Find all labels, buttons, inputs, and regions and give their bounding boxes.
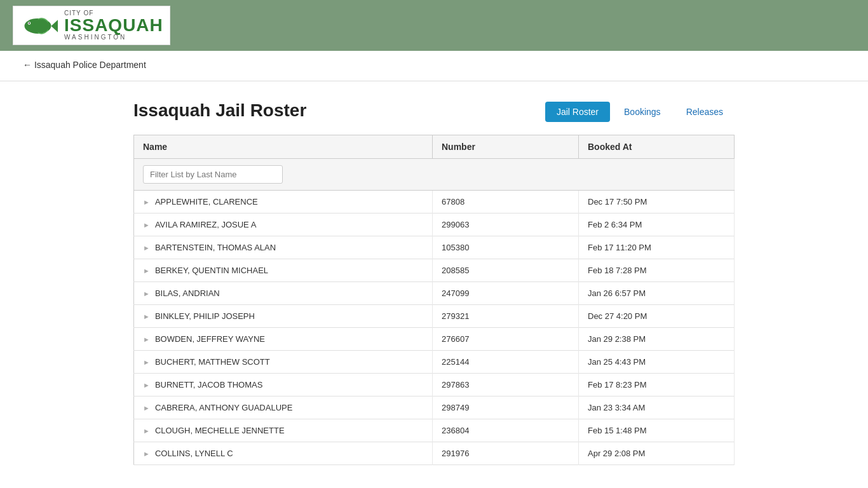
inmate-booked-at: Feb 17 11:20 PM bbox=[579, 236, 735, 259]
back-to-police-link[interactable]: ← Issaquah Police Department bbox=[13, 51, 156, 81]
inmate-booked-at: Feb 2 6:34 PM bbox=[579, 214, 735, 236]
svg-marker-1 bbox=[51, 20, 58, 32]
inmate-number: 291976 bbox=[433, 442, 579, 465]
row-arrow-icon: ► bbox=[143, 450, 150, 458]
inmate-number: 67808 bbox=[433, 191, 579, 214]
col-header-booked: Booked At bbox=[579, 135, 735, 159]
page-header: CITY OF ISSAQUAH WASHINGTON bbox=[0, 0, 868, 51]
inmate-name: BILAS, ANDRIAN bbox=[155, 288, 220, 298]
inmate-number: 225144 bbox=[433, 351, 579, 374]
table-row[interactable]: ►BARTENSTEIN, THOMAS ALAN105380Feb 17 11… bbox=[134, 236, 735, 259]
inmate-name: BERKEY, QUENTIN MICHAEL bbox=[155, 266, 268, 275]
inmate-name: CABRERA, ANTHONY GUADALUPE bbox=[155, 403, 292, 412]
inmate-name: BUCHERT, MATTHEW SCOTT bbox=[155, 357, 270, 367]
inmate-number: 297863 bbox=[433, 374, 579, 396]
inmate-number: 276607 bbox=[433, 328, 579, 351]
svg-point-3 bbox=[29, 22, 30, 24]
table-header-row: Name Number Booked At bbox=[134, 135, 735, 159]
row-arrow-icon: ► bbox=[143, 267, 150, 274]
inmate-name: COLLINS, LYNELL C bbox=[155, 449, 233, 458]
row-arrow-icon: ► bbox=[143, 358, 150, 366]
table-row[interactable]: ►CABRERA, ANTHONY GUADALUPE298749Jan 23 … bbox=[134, 396, 735, 419]
tab-releases[interactable]: Releases bbox=[675, 102, 735, 122]
table-row[interactable]: ►BUCHERT, MATTHEW SCOTT225144Jan 25 4:43… bbox=[134, 351, 735, 374]
inmate-name: BINKLEY, PHILIP JOSEPH bbox=[155, 311, 255, 321]
tab-jail-roster[interactable]: Jail Roster bbox=[545, 102, 610, 122]
table-row[interactable]: ►BINKLEY, PHILIP JOSEPH279321Dec 27 4:20… bbox=[134, 305, 735, 328]
inmate-booked-at: Dec 27 4:20 PM bbox=[579, 305, 735, 328]
inmate-name: BURNETT, JACOB THOMAS bbox=[155, 380, 263, 390]
inmate-booked-at: Jan 26 6:57 PM bbox=[579, 282, 735, 305]
inmate-number: 105380 bbox=[433, 236, 579, 259]
table-row[interactable]: ►BOWDEN, JEFFREY WAYNE276607Jan 29 2:38 … bbox=[134, 328, 735, 351]
inmate-booked-at: Feb 15 1:48 PM bbox=[579, 419, 735, 442]
inmate-name: BOWDEN, JEFFREY WAYNE bbox=[155, 334, 265, 344]
inmate-name: AVILA RAMIREZ, JOSUE A bbox=[155, 220, 256, 229]
inmate-number: 236804 bbox=[433, 419, 579, 442]
logo-text: CITY OF ISSAQUAH WASHINGTON bbox=[64, 10, 163, 41]
fish-icon bbox=[20, 11, 58, 40]
logo-washington: WASHINGTON bbox=[64, 34, 163, 41]
row-arrow-icon: ► bbox=[143, 313, 150, 320]
col-header-name: Name bbox=[134, 135, 433, 159]
row-arrow-icon: ► bbox=[143, 404, 150, 412]
inmate-number: 208585 bbox=[433, 259, 579, 282]
nav-bar: ← Issaquah Police Department bbox=[0, 51, 868, 81]
inmate-booked-at: Jan 25 4:43 PM bbox=[579, 351, 735, 374]
table-row[interactable]: ►AVILA RAMIREZ, JOSUE A299063Feb 2 6:34 … bbox=[134, 214, 735, 236]
inmate-booked-at: Apr 29 2:08 PM bbox=[579, 442, 735, 465]
inmate-number: 299063 bbox=[433, 214, 579, 236]
main-content: Issaquah Jail Roster Jail Roster Booking… bbox=[0, 81, 868, 484]
table-row[interactable]: ►APPLEWHITE, CLARENCE67808Dec 17 7:50 PM bbox=[134, 191, 735, 214]
inmate-booked-at: Jan 23 3:34 AM bbox=[579, 396, 735, 419]
logo-issaquah: ISSAQUAH bbox=[64, 17, 163, 34]
inmate-name: APPLEWHITE, CLARENCE bbox=[155, 197, 258, 207]
filter-input[interactable] bbox=[143, 165, 283, 184]
row-arrow-icon: ► bbox=[143, 381, 150, 389]
inmate-booked-at: Jan 29 2:38 PM bbox=[579, 328, 735, 351]
row-arrow-icon: ► bbox=[143, 198, 150, 206]
filter-row bbox=[134, 159, 735, 191]
inmate-booked-at: Dec 17 7:50 PM bbox=[579, 191, 735, 214]
inmate-name: CLOUGH, MECHELLE JENNETTE bbox=[155, 426, 285, 435]
row-arrow-icon: ► bbox=[143, 336, 150, 343]
table-row[interactable]: ►COLLINS, LYNELL C291976Apr 29 2:08 PM bbox=[134, 442, 735, 465]
inmate-number: 247099 bbox=[433, 282, 579, 305]
table-row[interactable]: ►CLOUGH, MECHELLE JENNETTE236804Feb 15 1… bbox=[134, 419, 735, 442]
table-row[interactable]: ►BURNETT, JACOB THOMAS297863Feb 17 8:23 … bbox=[134, 374, 735, 396]
inmate-number: 279321 bbox=[433, 305, 579, 328]
col-header-number: Number bbox=[433, 135, 579, 159]
tab-bookings[interactable]: Bookings bbox=[613, 102, 672, 122]
roster-table: Name Number Booked At ►APPLEWHITE, CLARE… bbox=[133, 135, 735, 465]
inmate-name: BARTENSTEIN, THOMAS ALAN bbox=[155, 243, 276, 252]
inmate-booked-at: Feb 18 7:28 PM bbox=[579, 259, 735, 282]
inmate-number: 298749 bbox=[433, 396, 579, 419]
logo: CITY OF ISSAQUAH WASHINGTON bbox=[13, 6, 170, 45]
table-row[interactable]: ►BILAS, ANDRIAN247099Jan 26 6:57 PM bbox=[134, 282, 735, 305]
row-arrow-icon: ► bbox=[143, 290, 150, 297]
table-row[interactable]: ►BERKEY, QUENTIN MICHAEL208585Feb 18 7:2… bbox=[134, 259, 735, 282]
row-arrow-icon: ► bbox=[143, 427, 150, 435]
inmate-booked-at: Feb 17 8:23 PM bbox=[579, 374, 735, 396]
row-arrow-icon: ► bbox=[143, 221, 150, 229]
row-arrow-icon: ► bbox=[143, 244, 150, 252]
